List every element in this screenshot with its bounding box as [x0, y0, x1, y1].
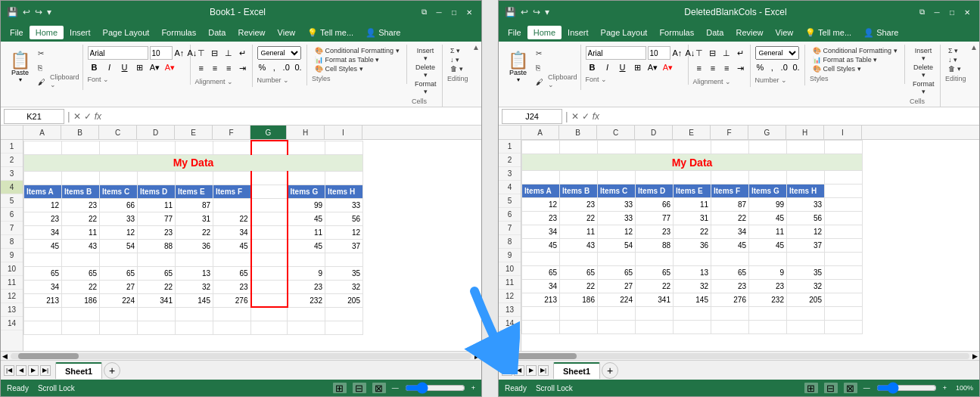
- cell[interactable]: 186: [560, 293, 598, 307]
- fill-down-left[interactable]: ↓ ▾: [447, 55, 475, 64]
- dec-dec-right[interactable]: 0.: [791, 60, 801, 74]
- cell[interactable]: [636, 141, 674, 154]
- indent-btn-left[interactable]: ⇥: [236, 61, 248, 75]
- quick-access-left[interactable]: 💾 ↩ ↪ ▾: [7, 7, 51, 17]
- header-cell-right[interactable]: Items C: [598, 185, 636, 198]
- pct-btn-right[interactable]: %: [755, 60, 766, 74]
- col-b-header-right[interactable]: B: [559, 126, 597, 139]
- cell[interactable]: 45: [522, 239, 560, 253]
- cell[interactable]: [288, 171, 325, 185]
- font-size-right[interactable]: [648, 46, 670, 60]
- cell[interactable]: 45: [213, 239, 251, 253]
- comma-btn-left[interactable]: ,: [269, 60, 279, 74]
- menu-file-left[interactable]: File: [4, 26, 30, 39]
- add-sheet-btn-left[interactable]: +: [104, 362, 120, 379]
- underline-btn-left[interactable]: U: [118, 60, 132, 74]
- cell[interactable]: [749, 141, 787, 154]
- cell[interactable]: [100, 253, 138, 266]
- nav-prev-left[interactable]: ◀: [16, 365, 26, 376]
- cell[interactable]: [62, 171, 100, 185]
- cell[interactable]: [251, 212, 288, 225]
- italic-btn-right[interactable]: I: [601, 60, 614, 74]
- cell[interactable]: 34: [522, 280, 560, 293]
- cell[interactable]: 22: [138, 280, 176, 293]
- maximize-icon[interactable]: □: [448, 6, 460, 18]
- cell[interactable]: [176, 171, 213, 185]
- zoom-minus-right[interactable]: —: [863, 384, 870, 392]
- cell[interactable]: 31: [674, 212, 711, 225]
- cell[interactable]: 35: [325, 266, 363, 280]
- fill-btn-left[interactable]: A▾: [148, 60, 162, 74]
- cell[interactable]: 22: [636, 280, 674, 293]
- cell[interactable]: 12: [24, 198, 62, 212]
- cell[interactable]: 23: [522, 212, 560, 225]
- row-3-right[interactable]: 3: [499, 167, 521, 181]
- row-2-left[interactable]: 2: [1, 154, 23, 167]
- header-cell-right[interactable]: Items G: [749, 185, 787, 198]
- menu-tellme-right[interactable]: 💡 Tell me...: [799, 26, 857, 40]
- cell[interactable]: [176, 141, 213, 154]
- zoom-slider-left[interactable]: [405, 385, 465, 391]
- nav-next-right[interactable]: ▶: [526, 365, 537, 376]
- cell[interactable]: 36: [176, 239, 213, 253]
- font-name-left[interactable]: [88, 46, 148, 60]
- cell[interactable]: [825, 171, 863, 185]
- col-a-header-left[interactable]: A: [23, 126, 61, 139]
- row-5-left[interactable]: 5: [1, 194, 23, 208]
- cell[interactable]: [711, 141, 749, 154]
- cell[interactable]: [711, 171, 749, 185]
- cell-g-top[interactable]: [251, 141, 288, 154]
- cell[interactable]: [176, 307, 213, 321]
- formula-input-left[interactable]: [104, 109, 478, 124]
- cell[interactable]: 12: [100, 225, 138, 239]
- zoom-minus-left[interactable]: —: [392, 384, 399, 392]
- cell[interactable]: 37: [325, 239, 363, 253]
- col-e-header-left[interactable]: E: [175, 126, 213, 139]
- cell[interactable]: 31: [176, 212, 213, 225]
- cell[interactable]: 213: [522, 293, 560, 307]
- col-f-header-left[interactable]: F: [213, 126, 250, 139]
- cell[interactable]: [251, 239, 288, 253]
- cell[interactable]: [825, 321, 863, 334]
- cell[interactable]: 65: [522, 266, 560, 280]
- font-size-left[interactable]: [150, 46, 173, 60]
- border-btn-right[interactable]: ⊞: [631, 60, 645, 74]
- sheet1-tab-right[interactable]: Sheet1: [553, 362, 600, 379]
- format-painter-btn-right[interactable]: 🖌: [533, 75, 546, 88]
- cell[interactable]: [598, 307, 636, 321]
- save-icon[interactable]: 💾: [7, 7, 18, 17]
- cell[interactable]: [24, 141, 62, 154]
- cell[interactable]: 22: [62, 280, 100, 293]
- row-1-right[interactable]: 1: [499, 140, 521, 154]
- cell[interactable]: 22: [560, 280, 598, 293]
- row-8-left[interactable]: 8: [1, 235, 23, 249]
- cut-btn-left[interactable]: ✂: [35, 46, 48, 60]
- fill-down-right[interactable]: ↓ ▾: [945, 55, 973, 64]
- menu-home-right[interactable]: Home: [527, 26, 562, 39]
- cell[interactable]: 35: [787, 266, 825, 280]
- formula-confirm-left[interactable]: ✓: [84, 111, 92, 122]
- cell[interactable]: [711, 321, 749, 334]
- cell[interactable]: 65: [62, 266, 100, 280]
- center-align-right[interactable]: ≡: [707, 61, 719, 75]
- cell[interactable]: 27: [598, 280, 636, 293]
- font-name-right[interactable]: [586, 46, 646, 60]
- row-3-left[interactable]: 3: [1, 167, 23, 181]
- row-10-left[interactable]: 10: [1, 262, 23, 276]
- row-13-left[interactable]: 13: [1, 303, 23, 317]
- dec-dec-left[interactable]: 0.: [293, 60, 303, 74]
- cell[interactable]: 22: [711, 212, 749, 225]
- window-controls-left[interactable]: ⧉ ─ □ ✕: [418, 6, 475, 18]
- cell[interactable]: 32: [325, 280, 363, 293]
- border-btn-left[interactable]: ⊞: [133, 60, 147, 74]
- dec-inc-right[interactable]: .0: [779, 60, 789, 74]
- cell[interactable]: 22: [674, 225, 711, 239]
- cell[interactable]: 37: [787, 239, 825, 253]
- row-12-left[interactable]: 12: [1, 290, 23, 303]
- window-controls-right[interactable]: ⧉ ─ □ ✕: [916, 6, 973, 18]
- dec-inc-left[interactable]: .0: [281, 60, 291, 74]
- cell[interactable]: 341: [138, 293, 176, 307]
- cell[interactable]: 145: [176, 293, 213, 307]
- page-view-left[interactable]: ⊟: [353, 383, 366, 393]
- menu-data-left[interactable]: Data: [202, 26, 232, 39]
